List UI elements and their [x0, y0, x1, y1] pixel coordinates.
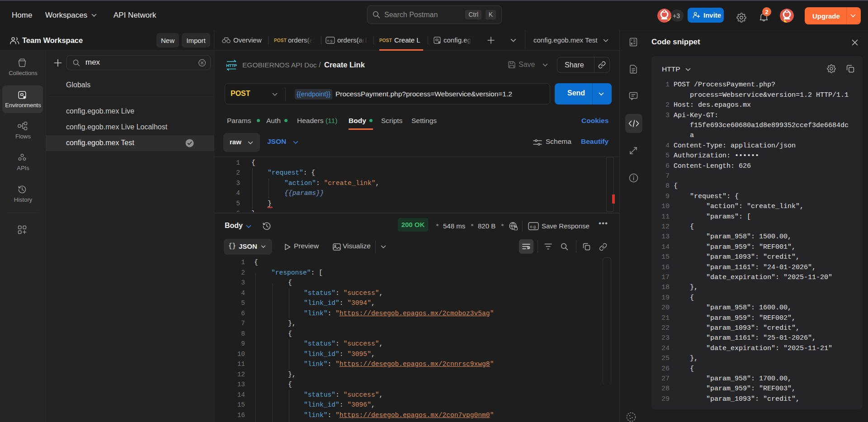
svg-text:e.g.: e.g. — [327, 38, 333, 43]
svg-text:e.g.: e.g. — [530, 224, 537, 229]
svg-text:HTTP: HTTP — [226, 63, 237, 68]
